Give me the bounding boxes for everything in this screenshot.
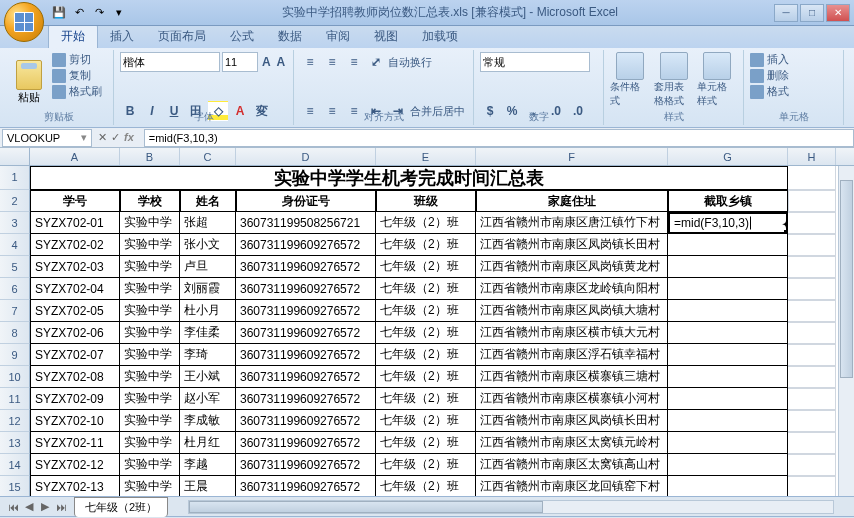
cell[interactable]: 七年级（2）班 <box>376 410 476 432</box>
sheet-title[interactable]: 实验中学学生机考完成时间汇总表 <box>30 166 788 190</box>
cell[interactable]: 七年级（2）班 <box>376 212 476 234</box>
table-header[interactable]: 学号 <box>30 190 120 212</box>
cell[interactable] <box>668 432 788 454</box>
formula-bar[interactable]: =mid(F3,10,3) <box>144 129 854 147</box>
cell[interactable]: SYZX702-09 <box>30 388 120 410</box>
cell[interactable]: 360731199609276572 <box>236 366 376 388</box>
cell[interactable]: 360731199609276572 <box>236 300 376 322</box>
cell[interactable]: 李佳柔 <box>180 322 236 344</box>
cell[interactable]: 江西省赣州市南康区龙回镇窑下村 <box>476 476 668 496</box>
cell[interactable]: 实验中学 <box>120 234 180 256</box>
font-size-select[interactable] <box>222 52 258 72</box>
cell[interactable]: 张小文 <box>180 234 236 256</box>
cell[interactable]: SYZX702-07 <box>30 344 120 366</box>
cell-style-button[interactable]: 单元格样式 <box>697 52 737 108</box>
cell[interactable]: 七年级（2）班 <box>376 344 476 366</box>
orientation-icon[interactable]: ⤢ <box>366 52 386 72</box>
cell[interactable] <box>668 454 788 476</box>
cell[interactable]: 杜小月 <box>180 300 236 322</box>
table-header[interactable]: 学校 <box>120 190 180 212</box>
copy-button[interactable]: 复制 <box>52 68 102 83</box>
save-icon[interactable]: 💾 <box>50 4 68 22</box>
wrap-text-button[interactable]: 自动换行 <box>388 55 432 70</box>
cell[interactable]: 李琦 <box>180 344 236 366</box>
conditional-format-button[interactable]: 条件格式 <box>610 52 650 108</box>
col-header[interactable]: C <box>180 148 236 165</box>
cell[interactable]: 江西省赣州市南康区横寨镇小河村 <box>476 388 668 410</box>
table-header[interactable]: 姓名 <box>180 190 236 212</box>
col-header[interactable]: B <box>120 148 180 165</box>
cell[interactable]: 李越 <box>180 454 236 476</box>
cell[interactable]: SYZX702-02 <box>30 234 120 256</box>
cell[interactable]: 七年级（2）班 <box>376 454 476 476</box>
cell[interactable]: 江西省赣州市南康区横市镇大元村 <box>476 322 668 344</box>
name-box[interactable]: VLOOKUP▾ <box>2 129 92 147</box>
cell[interactable]: 实验中学 <box>120 344 180 366</box>
number-format-select[interactable] <box>480 52 590 72</box>
cell[interactable] <box>668 300 788 322</box>
cell[interactable]: 江西省赣州市南康区太窝镇高山村 <box>476 454 668 476</box>
cell[interactable]: 江西省赣州市南康区横寨镇三塘村 <box>476 366 668 388</box>
cell[interactable]: 实验中学 <box>120 410 180 432</box>
format-cells-button[interactable]: 格式 <box>750 84 837 99</box>
last-sheet-icon[interactable]: ⏭ <box>54 500 68 514</box>
cell[interactable]: SYZX702-01 <box>30 212 120 234</box>
paste-button[interactable]: 粘贴 <box>10 52 48 112</box>
cell[interactable]: SYZX702-11 <box>30 432 120 454</box>
cell[interactable]: 七年级（2）班 <box>376 300 476 322</box>
close-button[interactable]: ✕ <box>826 4 850 22</box>
col-header[interactable]: H <box>788 148 836 165</box>
next-sheet-icon[interactable]: ▶ <box>38 500 52 514</box>
cell[interactable]: 360731199609276572 <box>236 476 376 496</box>
cancel-formula-icon[interactable]: ✕ <box>98 131 107 144</box>
cell[interactable]: SYZX702-03 <box>30 256 120 278</box>
cell[interactable]: 七年级（2）班 <box>376 388 476 410</box>
select-all-corner[interactable] <box>0 148 30 165</box>
cell[interactable]: 王小斌 <box>180 366 236 388</box>
scroll-thumb[interactable] <box>189 501 543 513</box>
tab-insert[interactable]: 插入 <box>98 25 146 48</box>
decrease-font-icon[interactable]: A <box>275 52 288 72</box>
align-top-icon[interactable]: ≡ <box>300 52 320 72</box>
col-header[interactable]: E <box>376 148 476 165</box>
cell[interactable]: 江西省赣州市南康区唐江镇竹下村 <box>476 212 668 234</box>
table-header[interactable]: 身份证号 <box>236 190 376 212</box>
cell[interactable]: 实验中学 <box>120 322 180 344</box>
cell[interactable]: 江西省赣州市南康区凤岗镇长田村 <box>476 410 668 432</box>
align-middle-icon[interactable]: ≡ <box>322 52 342 72</box>
cell[interactable]: 实验中学 <box>120 388 180 410</box>
cell[interactable]: SYZX702-04 <box>30 278 120 300</box>
table-format-button[interactable]: 套用表格格式 <box>654 52 694 108</box>
table-header[interactable]: 家庭住址 <box>476 190 668 212</box>
cell[interactable]: SYZX702-05 <box>30 300 120 322</box>
cell[interactable]: SYZX702-12 <box>30 454 120 476</box>
table-header[interactable]: 截取乡镇 <box>668 190 788 212</box>
cell[interactable]: 刘丽霞 <box>180 278 236 300</box>
cell[interactable] <box>668 234 788 256</box>
col-header[interactable]: D <box>236 148 376 165</box>
spreadsheet-grid[interactable]: A B C D E F G H 123456789101112131415 实验… <box>0 148 854 496</box>
tab-review[interactable]: 审阅 <box>314 25 362 48</box>
fx-icon[interactable]: fx <box>124 131 134 144</box>
align-bottom-icon[interactable]: ≡ <box>344 52 364 72</box>
sheet-tab[interactable]: 七年级（2班） <box>74 497 168 517</box>
cell[interactable]: 七年级（2）班 <box>376 432 476 454</box>
cell[interactable]: 实验中学 <box>120 300 180 322</box>
cell[interactable]: 江西省赣州市南康区凤岗镇大塘村 <box>476 300 668 322</box>
cell[interactable]: 360731199609276572 <box>236 256 376 278</box>
tab-addins[interactable]: 加载项 <box>410 25 470 48</box>
cell[interactable]: 360731199508256721 <box>236 212 376 234</box>
format-painter-button[interactable]: 格式刷 <box>52 84 102 99</box>
cell[interactable]: 实验中学 <box>120 454 180 476</box>
col-header[interactable]: G <box>668 148 788 165</box>
prev-sheet-icon[interactable]: ◀ <box>22 500 36 514</box>
cell[interactable]: 七年级（2）班 <box>376 278 476 300</box>
cell[interactable]: 七年级（2）班 <box>376 256 476 278</box>
tab-home[interactable]: 开始 <box>48 24 98 48</box>
tab-data[interactable]: 数据 <box>266 25 314 48</box>
chevron-down-icon[interactable]: ▾ <box>81 131 87 144</box>
cell[interactable]: SYZX702-06 <box>30 322 120 344</box>
cell[interactable]: 实验中学 <box>120 212 180 234</box>
cut-button[interactable]: 剪切 <box>52 52 102 67</box>
cell[interactable]: 360731199609276572 <box>236 454 376 476</box>
